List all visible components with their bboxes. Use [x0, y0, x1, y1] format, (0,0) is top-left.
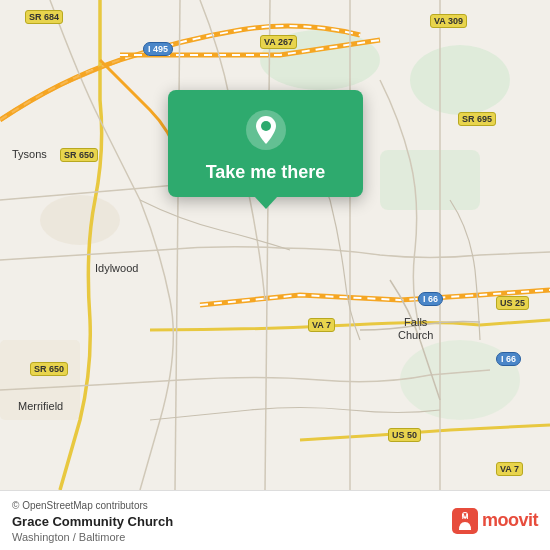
place-name: Grace Community Church: [12, 514, 442, 529]
badge-sr650-bot: SR 650: [30, 362, 68, 376]
label-idylwood: Idylwood: [95, 262, 138, 274]
badge-sr695: SR 695: [458, 112, 496, 126]
badge-i66-bot: I 66: [496, 352, 521, 366]
place-info: © OpenStreetMap contributors Grace Commu…: [12, 499, 442, 543]
moovit-logo: M moovit: [452, 508, 538, 534]
label-tysons: Tysons: [12, 148, 47, 160]
badge-i66-mid: I 66: [418, 292, 443, 306]
navigate-button[interactable]: Take me there: [168, 90, 363, 197]
label-merrifield: Merrifield: [18, 400, 63, 412]
map-roads: [0, 0, 550, 490]
badge-va267: VA 267: [260, 35, 297, 49]
label-falls-church: FallsChurch: [398, 316, 433, 342]
badge-sr650-top: SR 650: [60, 148, 98, 162]
moovit-text: moovit: [482, 510, 538, 531]
moovit-icon: M: [452, 508, 478, 534]
svg-point-2: [410, 45, 510, 115]
svg-rect-3: [380, 150, 480, 210]
badge-va7: VA 7: [308, 318, 335, 332]
navigate-button-label: Take me there: [206, 162, 326, 183]
location-pin-icon: [244, 108, 288, 152]
bottom-bar: © OpenStreetMap contributors Grace Commu…: [0, 490, 550, 550]
badge-us25: US 25: [496, 296, 529, 310]
badge-us50: US 50: [388, 428, 421, 442]
svg-text:M: M: [462, 512, 469, 521]
svg-point-8: [261, 121, 271, 131]
badge-i495: I 495: [143, 42, 173, 56]
map-view: Tysons Idylwood Merrifield FallsChurch S…: [0, 0, 550, 490]
osm-attribution: © OpenStreetMap contributors: [12, 499, 442, 512]
badge-va309: VA 309: [430, 14, 467, 28]
svg-point-4: [40, 195, 120, 245]
badge-sr684: SR 684: [25, 10, 63, 24]
badge-va7-bot: VA 7: [496, 462, 523, 476]
place-region: Washington / Baltimore: [12, 531, 442, 543]
